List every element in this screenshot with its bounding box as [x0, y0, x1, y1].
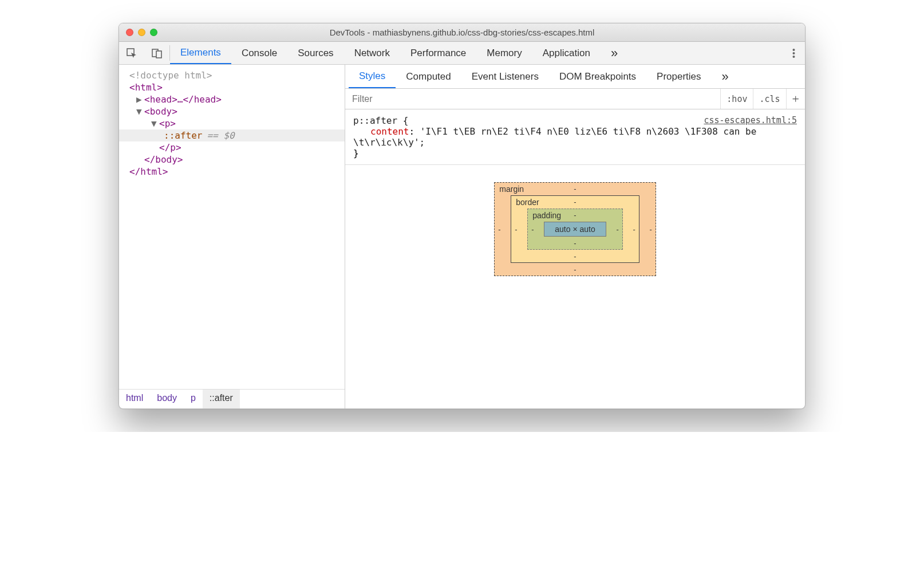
stab-event-listeners[interactable]: Event Listeners: [461, 65, 549, 88]
dom-node-p-close[interactable]: </p>: [119, 141, 345, 154]
border-bottom-value[interactable]: -: [574, 252, 576, 261]
dom-node-html-close[interactable]: </html>: [119, 166, 345, 178]
css-rule-close: }: [353, 148, 797, 159]
tab-sources[interactable]: Sources: [287, 42, 343, 64]
padding-right-value[interactable]: -: [616, 225, 618, 234]
main-toolbar: Elements Console Sources Network Perform…: [119, 42, 805, 65]
crumb-p[interactable]: p: [184, 390, 203, 408]
svg-rect-2: [156, 51, 161, 58]
stabs-overflow-button[interactable]: »: [712, 65, 739, 88]
crumb-body[interactable]: body: [150, 390, 184, 408]
tab-performance[interactable]: Performance: [400, 42, 476, 64]
toggle-classes-button[interactable]: .cls: [753, 89, 785, 109]
window-title: DevTools - mathiasbynens.github.io/css-d…: [125, 27, 799, 37]
stab-styles[interactable]: Styles: [349, 65, 396, 88]
tab-elements[interactable]: Elements: [170, 42, 231, 64]
collapse-arrow-icon[interactable]: ▼: [136, 106, 144, 117]
stab-dom-breakpoints[interactable]: DOM Breakpoints: [549, 65, 646, 88]
margin-left-value[interactable]: -: [498, 225, 500, 234]
dom-tree[interactable]: <!doctype html> <html> ▶<head>…</head> ▼…: [119, 65, 345, 389]
svg-point-5: [792, 56, 795, 58]
css-property-name[interactable]: content: [370, 126, 409, 137]
toggle-hover-button[interactable]: :hov: [720, 89, 753, 109]
border-label: border: [516, 198, 539, 207]
elements-panel: <!doctype html> <html> ▶<head>…</head> ▼…: [119, 65, 345, 408]
css-source-link[interactable]: css-escapes.html:5: [704, 115, 797, 125]
styles-tabs: Styles Computed Event Listeners DOM Brea…: [345, 65, 805, 89]
devtools-window: DevTools - mathiasbynens.github.io/css-d…: [119, 23, 805, 409]
box-model-padding[interactable]: padding - - - - auto × auto: [527, 209, 622, 250]
dom-node-html-open[interactable]: <html>: [119, 81, 345, 93]
dom-node-body-close[interactable]: </body>: [119, 154, 345, 166]
border-right-value[interactable]: -: [633, 225, 635, 234]
console-reference-label: == $0: [207, 130, 234, 141]
padding-left-value[interactable]: -: [531, 225, 534, 234]
styles-filter-row: :hov .cls +: [345, 89, 805, 109]
window-controls: [126, 29, 157, 36]
zoom-window-button[interactable]: [150, 29, 157, 36]
box-model-content[interactable]: auto × auto: [544, 222, 606, 237]
dom-node-p-open[interactable]: ▼<p>: [119, 117, 345, 129]
settings-menu-button[interactable]: [782, 48, 805, 59]
css-rule-block[interactable]: css-escapes.html:5 p::after { content: '…: [345, 109, 805, 165]
stab-properties[interactable]: Properties: [646, 65, 711, 88]
margin-label: margin: [499, 184, 524, 194]
dom-node-doctype[interactable]: <!doctype html>: [119, 69, 345, 81]
padding-label: padding: [532, 211, 561, 220]
margin-bottom-value[interactable]: -: [574, 265, 576, 274]
device-toolbar-icon[interactable]: [144, 42, 169, 64]
selection-gutter-icon: ⋯: [119, 130, 120, 141]
tab-network[interactable]: Network: [344, 42, 400, 64]
new-style-rule-button[interactable]: +: [786, 89, 805, 109]
dom-node-body-open[interactable]: ▼<body>: [119, 105, 345, 117]
stab-computed[interactable]: Computed: [396, 65, 461, 88]
svg-point-3: [792, 49, 795, 51]
border-left-value[interactable]: -: [515, 225, 517, 234]
svg-point-4: [792, 52, 795, 54]
styles-panel: Styles Computed Event Listeners DOM Brea…: [345, 65, 805, 408]
padding-bottom-value[interactable]: -: [574, 239, 576, 247]
dom-node-head[interactable]: ▶<head>…</head>: [119, 93, 345, 105]
close-window-button[interactable]: [126, 29, 133, 36]
tabs-overflow-button[interactable]: »: [601, 42, 628, 64]
main-content: <!doctype html> <html> ▶<head>…</head> ▼…: [119, 65, 805, 408]
box-model-area: margin - - - - border - - - - padding: [345, 165, 805, 408]
box-model-widget[interactable]: margin - - - - border - - - - padding: [494, 182, 656, 276]
tab-console[interactable]: Console: [231, 42, 287, 64]
collapse-arrow-icon[interactable]: ▼: [151, 118, 159, 129]
crumb-html[interactable]: html: [119, 390, 150, 408]
padding-top-value[interactable]: -: [574, 211, 576, 219]
minimize-window-button[interactable]: [138, 29, 145, 36]
margin-top-value[interactable]: -: [574, 184, 576, 193]
tab-memory[interactable]: Memory: [476, 42, 532, 64]
border-top-value[interactable]: -: [574, 198, 576, 206]
inspect-element-icon[interactable]: [119, 42, 144, 64]
crumb-after[interactable]: ::after: [203, 390, 240, 408]
styles-filter-input[interactable]: [345, 94, 720, 104]
dom-node-after-selected[interactable]: ⋯ ::after == $0: [119, 129, 345, 141]
pseudo-after-label: ::after: [164, 130, 202, 141]
expand-arrow-icon[interactable]: ▶: [136, 94, 144, 105]
titlebar: DevTools - mathiasbynens.github.io/css-d…: [119, 23, 805, 42]
box-model-margin[interactable]: margin - - - - border - - - - padding: [494, 182, 656, 276]
tab-application[interactable]: Application: [532, 42, 601, 64]
breadcrumb: html body p ::after: [119, 389, 345, 408]
box-model-border[interactable]: border - - - - padding - - - - au: [511, 195, 639, 263]
main-tabs: Elements Console Sources Network Perform…: [170, 42, 628, 64]
margin-right-value[interactable]: -: [649, 225, 651, 234]
